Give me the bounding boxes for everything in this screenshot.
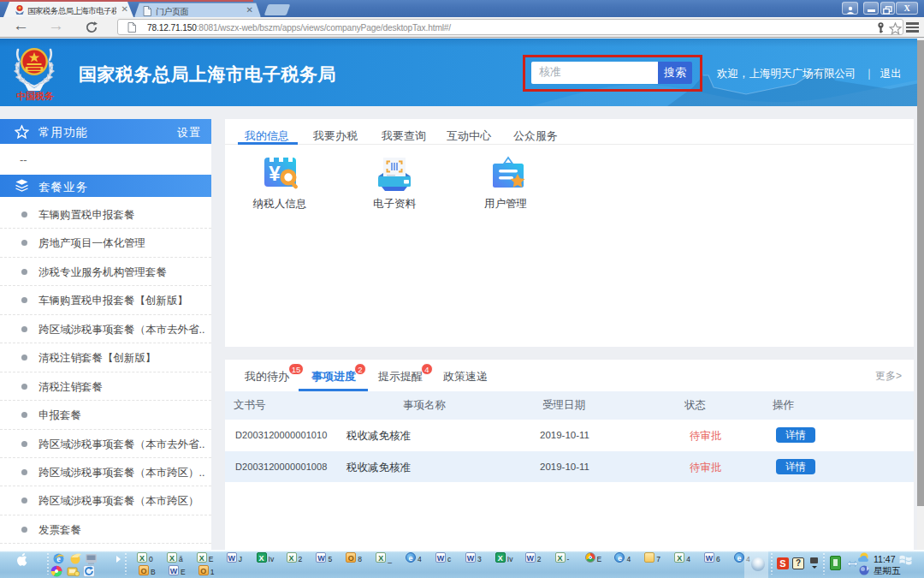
svg-text:¥: ¥	[269, 162, 281, 185]
